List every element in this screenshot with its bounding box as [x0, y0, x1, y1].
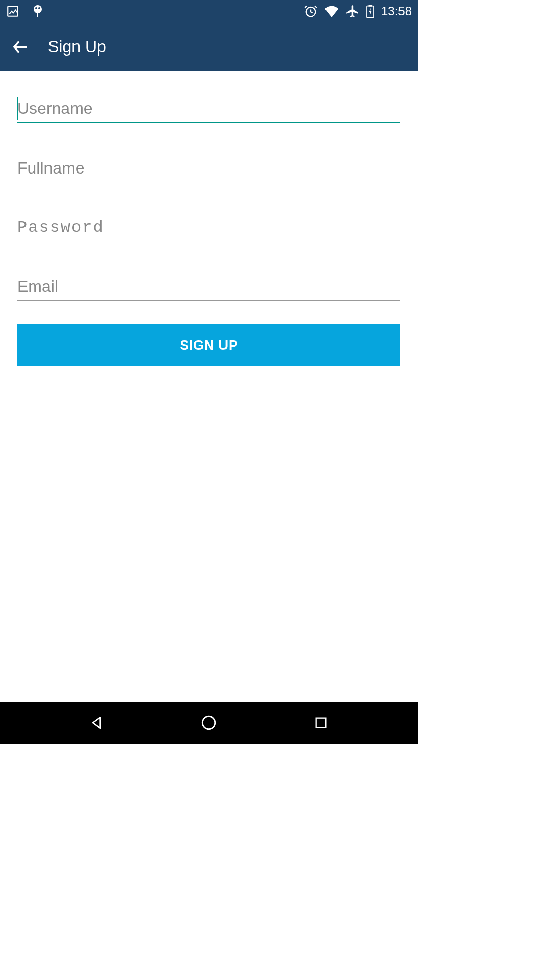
battery-charging-icon: [366, 4, 375, 18]
password-input[interactable]: [17, 211, 400, 241]
svg-rect-9: [316, 718, 326, 728]
username-input[interactable]: [17, 92, 400, 123]
nav-recent-button[interactable]: [308, 710, 334, 736]
signup-form: SIGN UP: [0, 71, 418, 366]
square-recent-icon: [314, 716, 328, 730]
email-input[interactable]: [17, 270, 400, 301]
alarm-icon: [304, 4, 318, 18]
circle-home-icon: [200, 714, 217, 731]
arrow-left-icon: [11, 38, 30, 56]
fullname-input[interactable]: [17, 152, 400, 182]
triangle-back-icon: [89, 715, 105, 731]
status-right: 13:58: [304, 4, 412, 18]
status-time: 13:58: [381, 4, 412, 18]
svg-point-3: [38, 7, 40, 9]
nav-back-button[interactable]: [84, 710, 110, 736]
wifi-icon: [324, 5, 339, 17]
svg-point-1: [34, 5, 42, 13]
signup-button[interactable]: SIGN UP: [17, 324, 400, 366]
svg-rect-4: [37, 13, 38, 17]
fullname-wrapper: [17, 152, 400, 182]
app-bar: Sign Up: [0, 22, 418, 71]
svg-point-8: [203, 716, 216, 729]
svg-point-2: [35, 7, 37, 9]
status-bar: 13:58: [0, 0, 418, 22]
text-cursor: [17, 97, 18, 120]
navigation-bar: [0, 702, 418, 744]
picture-icon: [6, 5, 19, 18]
page-title: Sign Up: [48, 37, 106, 56]
nav-home-button[interactable]: [196, 710, 221, 736]
airplane-icon: [345, 4, 360, 18]
svg-rect-7: [368, 5, 372, 6]
back-button[interactable]: [10, 37, 31, 57]
password-wrapper: [17, 211, 400, 241]
email-wrapper: [17, 270, 400, 301]
status-left: [6, 4, 44, 18]
debug-icon: [32, 4, 44, 18]
username-wrapper: [17, 92, 400, 123]
